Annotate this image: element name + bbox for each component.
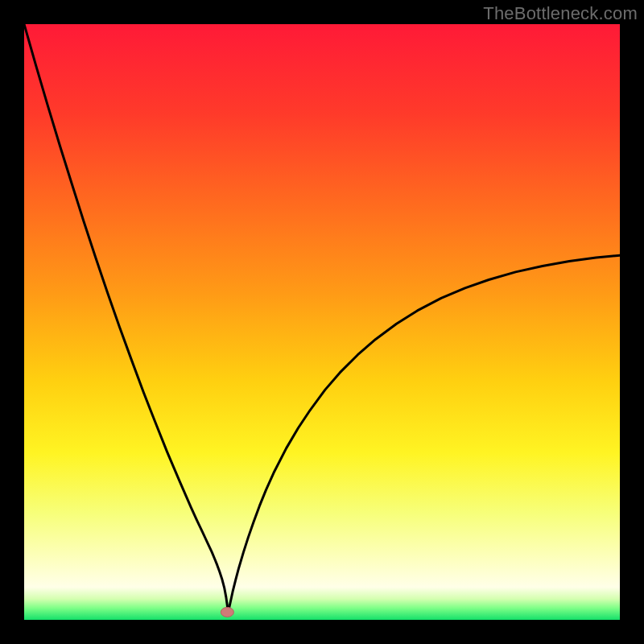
watermark-text: TheBottleneck.com xyxy=(483,3,638,24)
optimal-point-marker xyxy=(221,607,233,617)
chart-frame xyxy=(24,24,620,620)
bottleneck-chart xyxy=(24,24,620,620)
gradient-background xyxy=(24,24,620,620)
